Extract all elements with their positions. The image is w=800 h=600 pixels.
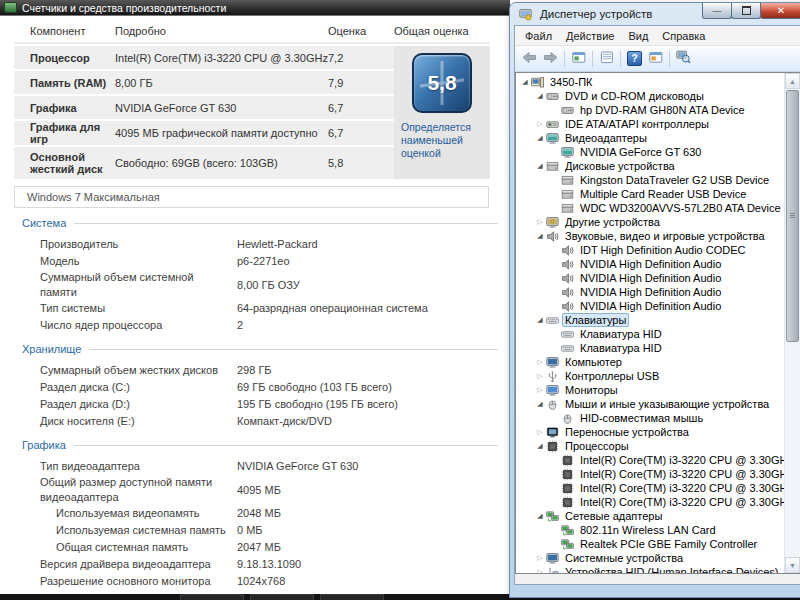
tree-item[interactable]: Intel(R) Core(TM) i3-3220 CPU @ 3.30GHz (518, 481, 784, 495)
tree-item[interactable]: ▷Другие устройства (518, 215, 784, 229)
info-row: Раздел диска (C:)69 ГБ свободно (103 ГБ … (14, 379, 502, 396)
maximize-button[interactable] (731, 3, 761, 19)
tree-item-label: Процессоры (562, 439, 632, 453)
expanded-icon[interactable]: ◢ (535, 92, 545, 100)
tree-item[interactable]: NVIDIA High Definition Audio (518, 285, 784, 299)
tree-item[interactable]: ◢Дисковые устройства (518, 159, 784, 173)
info-value: 69 ГБ свободно (103 ГБ всего) (237, 380, 502, 395)
tree-item[interactable]: NVIDIA GeForce GT 630 (518, 145, 784, 159)
console-tree-button[interactable] (568, 49, 589, 69)
info-row: Версия драйвера видеоадаптера9.18.13.109… (14, 556, 502, 573)
help-button[interactable]: ? (624, 49, 645, 69)
tree-item[interactable]: ◢Сетевые адаптеры (518, 509, 784, 523)
tree-item[interactable]: ◢Процессоры (518, 439, 784, 453)
wei-table-row: Основной жесткий дискСвободно: 69GB (все… (14, 147, 394, 179)
collapsed-icon[interactable]: ▷ (535, 120, 545, 128)
tree-item[interactable]: Multiple Card Reader USB Device (518, 187, 784, 201)
tree-item-label: NVIDIA High Definition Audio (577, 257, 724, 271)
minimize-button[interactable]: — (702, 3, 732, 19)
wei-component-name: Графика (14, 102, 110, 114)
menu-item-view[interactable]: Вид (621, 28, 655, 44)
info-row: Тип системы64-разрядная операционная сис… (14, 300, 502, 317)
tree-item[interactable]: Intel(R) Core(TM) i3-3220 CPU @ 3.30GHz (518, 453, 784, 467)
disk-drive-icon (545, 160, 559, 173)
wei-header-component: Компонент (14, 25, 110, 37)
tree-item[interactable]: ◢Видеоадаптеры (518, 131, 784, 145)
tree-item[interactable]: NVIDIA High Definition Audio (518, 257, 784, 271)
wei-table-row: Графика для игр4095 МБ графической памят… (14, 121, 394, 145)
info-section: ХранилищеСуммарный объем жестких дисков2… (14, 343, 502, 430)
expanded-icon[interactable]: ◢ (535, 316, 545, 324)
collapsed-icon[interactable]: ▷ (535, 554, 545, 562)
device-manager-titlebar[interactable]: Диспетчер устройств — ✕ (514, 3, 800, 25)
expanded-icon[interactable]: ◢ (520, 78, 530, 86)
ide-controller-icon (545, 118, 559, 131)
tree-item[interactable]: IDT High Definition Audio CODEC (518, 243, 784, 257)
expanded-icon[interactable]: ◢ (535, 162, 545, 170)
expanded-icon[interactable]: ◢ (535, 232, 545, 240)
audio-icon (560, 244, 574, 257)
info-value: 195 ГБ свободно (195 ГБ всего) (237, 397, 502, 412)
collapsed-icon[interactable]: ▷ (535, 372, 545, 380)
expanded-icon[interactable]: ◢ (535, 400, 545, 408)
tree-item-label: hp DVD-RAM GH80N ATA Device (577, 103, 748, 117)
scroll-down-icon[interactable]: ▼ (785, 557, 800, 573)
scan-hardware-button[interactable] (673, 49, 694, 69)
expanded-icon[interactable]: ◢ (535, 134, 545, 142)
devices-view-button[interactable] (645, 49, 666, 69)
vertical-scrollbar[interactable]: ▲ ▼ (784, 73, 800, 573)
scroll-up-icon[interactable]: ▲ (785, 73, 800, 89)
tree-item[interactable]: Kingston DataTraveler G2 USB Device (518, 173, 784, 187)
collapsed-icon[interactable]: ▷ (535, 568, 545, 573)
tree-item[interactable]: NVIDIA High Definition Audio (518, 299, 784, 313)
taskbar-button[interactable] (180, 594, 244, 600)
collapsed-icon[interactable]: ▷ (535, 358, 545, 366)
tree-item[interactable]: ▷Переносные устройства (518, 425, 784, 439)
tree-item[interactable]: ◢Клавиатуры (518, 313, 784, 327)
collapsed-icon[interactable]: ▷ (535, 218, 545, 226)
tree-item[interactable]: Intel(R) Core(TM) i3-3220 CPU @ 3.30GHz (518, 495, 784, 509)
info-label: Тип видеоадаптера (40, 459, 237, 474)
collapsed-icon[interactable]: ▷ (535, 428, 545, 436)
export-list-button[interactable] (596, 49, 617, 69)
wei-component-detail: NVIDIA GeForce GT 630 (110, 102, 328, 114)
info-label: Производитель (40, 237, 237, 252)
wei-table-header: Компонент Подробно Оценка Общая оценка (14, 21, 490, 44)
menu-item-action[interactable]: Действие (559, 28, 621, 44)
taskbar-button[interactable] (250, 594, 314, 600)
expanded-icon[interactable]: ◢ (535, 512, 545, 520)
close-button[interactable]: ✕ (760, 3, 800, 19)
menu-item-file[interactable]: Файл (518, 28, 559, 44)
tree-item[interactable]: ◢DVD и CD-ROM дисководы (518, 89, 784, 103)
tree-item[interactable]: WDC WD3200AVVS-57L2B0 ATA Device (518, 201, 784, 215)
tree-item[interactable]: Клавиатура HID (518, 341, 784, 355)
performance-window-titlebar[interactable]: Счетчики и средства производительности (0, 0, 510, 16)
menu-item-help[interactable]: Справка (655, 28, 712, 44)
tree-item[interactable]: ▷IDE ATA/ATAPI контроллеры (518, 117, 784, 131)
expanded-icon[interactable]: ◢ (535, 442, 545, 450)
tree-item[interactable]: ▷Контроллеры USB (518, 369, 784, 383)
collapsed-icon[interactable]: ▷ (535, 386, 545, 394)
back-button[interactable] (519, 49, 540, 69)
tree-item[interactable]: 802.11n Wireless LAN Card (518, 523, 784, 537)
tree-item[interactable]: ◢3450-ПК (518, 75, 784, 89)
scrollbar-thumb[interactable] (786, 90, 799, 342)
mouse-icon (545, 398, 559, 411)
tree-item[interactable]: Realtek PCIe GBE Family Controller (518, 537, 784, 551)
taskbar-button[interactable] (320, 594, 384, 600)
tree-item[interactable]: ▷Системные устройства (518, 551, 784, 565)
tree-item[interactable]: ◢Звуковые, видео и игровые устройства (518, 229, 784, 243)
tree-item[interactable]: Intel(R) Core(TM) i3-3220 CPU @ 3.30GHz (518, 467, 784, 481)
tree-item[interactable]: ▷Компьютер (518, 355, 784, 369)
tree-item[interactable]: ◢Мыши и иные указывающие устройства (518, 397, 784, 411)
tree-item[interactable]: Клавиатура HID (518, 327, 784, 341)
tree-item[interactable]: HID-совместимая мышь (518, 411, 784, 425)
toolbar-separator (620, 51, 621, 67)
tree-item[interactable]: ▷Устройства HID (Human Interface Devices… (518, 565, 784, 573)
tree-item[interactable]: hp DVD-RAM GH80N ATA Device (518, 103, 784, 117)
tree-item-label: Системные устройства (562, 551, 686, 565)
tree-item[interactable]: ▷Мониторы (518, 383, 784, 397)
tree-item[interactable]: NVIDIA High Definition Audio (518, 271, 784, 285)
forward-button[interactable] (540, 49, 561, 69)
scrollbar-track[interactable] (785, 343, 800, 557)
